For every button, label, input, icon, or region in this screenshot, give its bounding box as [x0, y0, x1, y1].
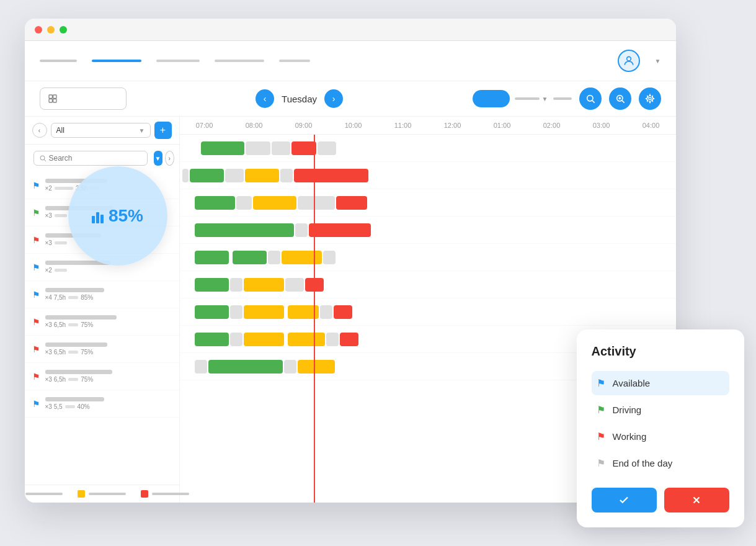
bar-driving	[288, 333, 325, 346]
time-slot-6: 12:00	[428, 122, 478, 129]
bar-working	[334, 305, 352, 319]
bar-empty	[272, 141, 290, 155]
nav-tab-5[interactable]	[279, 60, 310, 62]
bar-empty	[246, 141, 270, 155]
bar-driving	[298, 360, 335, 374]
driver-meta: ×2	[45, 267, 172, 274]
add-button[interactable]: +	[154, 122, 172, 139]
bar-empty	[320, 305, 332, 319]
activity-flag-working: ⚑	[597, 431, 605, 442]
driver-name-bar	[45, 397, 104, 401]
filter-label: All	[56, 126, 64, 135]
list-item[interactable]: ⚑ ×4 7,5h 85%	[25, 281, 179, 308]
bar-empty	[323, 251, 336, 264]
current-time-line	[314, 135, 315, 503]
bar-empty	[230, 278, 242, 292]
search-filter-button[interactable]: ▼	[154, 151, 162, 166]
bar-driving	[244, 305, 284, 319]
bar-empty	[318, 141, 336, 155]
activity-label-available: Available	[613, 378, 651, 388]
bar-driving	[244, 278, 284, 292]
next-button[interactable]: ›	[165, 151, 174, 166]
driver-name-bar	[45, 370, 112, 374]
org-selector[interactable]	[40, 87, 127, 110]
bar-empty	[268, 251, 280, 264]
time-slot-4: 10:00	[329, 122, 378, 129]
nav-tab-1[interactable]	[40, 60, 77, 62]
activity-item-available[interactable]: ⚑ Available	[592, 371, 729, 395]
filter-select[interactable]: All ▼	[51, 123, 151, 138]
stats-circle: 85%	[68, 166, 167, 266]
driver-info: ×3 5,5 40%	[45, 397, 172, 410]
bar-working	[294, 169, 368, 182]
list-item[interactable]: ⚑ ×3 6,5h 75%	[25, 363, 179, 390]
bar-working	[340, 333, 358, 346]
bar-empty	[195, 360, 207, 374]
nav-tab-3[interactable]	[156, 60, 200, 62]
view-dropdown-icon: ▼	[542, 96, 548, 102]
cancel-button[interactable]	[664, 488, 729, 512]
nav-tab-2[interactable]	[92, 60, 141, 62]
view-line-1	[515, 97, 540, 100]
svg-rect-2	[53, 95, 56, 98]
search-input[interactable]	[49, 154, 142, 163]
bar-available	[208, 360, 283, 374]
bar-empty	[225, 169, 244, 182]
list-item[interactable]: ⚑ ×3 5,5 40%	[25, 390, 179, 418]
legend-line-2	[89, 493, 126, 495]
meta-text: ×2	[45, 185, 52, 192]
driver-name-bar	[45, 288, 104, 292]
bar-working	[309, 223, 371, 237]
legend-driving	[78, 490, 126, 498]
flag-icon-blue: ⚑	[32, 290, 40, 300]
flag-icon-red: ⚑	[32, 235, 40, 245]
view-pill[interactable]	[473, 90, 510, 107]
activity-item-driving[interactable]: ⚑ Driving	[592, 398, 729, 422]
svg-point-11	[649, 97, 651, 100]
flag-icon-blue: ⚑	[32, 181, 40, 190]
maximize-button[interactable]	[60, 26, 67, 34]
list-item[interactable]: ⚑ ×3 6,5h 75%	[25, 336, 179, 363]
list-item[interactable]: ⚑ ×3 6,5h 75%	[25, 308, 179, 336]
confirm-button[interactable]	[592, 488, 657, 512]
activity-item-working[interactable]: ⚑ Working	[592, 424, 729, 449]
search-bar[interactable]	[33, 151, 148, 166]
close-button[interactable]	[35, 26, 42, 34]
nav-tab-4[interactable]	[215, 60, 264, 62]
settings-button[interactable]	[639, 87, 661, 110]
toolbar: ‹ Tuesday › ▼	[25, 81, 676, 117]
svg-line-10	[622, 101, 625, 103]
day-nav: ‹ Tuesday ›	[256, 89, 343, 108]
prev-day-button[interactable]: ‹	[256, 89, 274, 108]
search-container: ▼ ›	[25, 145, 179, 172]
view-line-2	[553, 97, 572, 100]
driver-meta: ×3 6,5h 75%	[45, 321, 172, 328]
flag-icon-red: ⚑	[32, 317, 40, 327]
activity-item-endofday[interactable]: ⚑ End of the day	[592, 451, 729, 475]
bar-driving	[253, 196, 296, 210]
driver-info: ×3 6,5h 75%	[45, 370, 172, 383]
next-day-button[interactable]: ›	[324, 89, 343, 108]
back-button[interactable]: ‹	[32, 123, 47, 138]
bar-driving	[244, 333, 284, 346]
view-controls: ▼	[473, 90, 572, 107]
activity-flag-endofday: ⚑	[597, 457, 605, 469]
avatar-button[interactable]	[618, 50, 640, 72]
zoom-button[interactable]	[609, 87, 631, 110]
minimize-button[interactable]	[47, 26, 55, 34]
time-slot-1: 07:00	[180, 122, 229, 129]
driver-info: ×3 6,5h 75%	[45, 315, 172, 328]
bar-empty	[230, 305, 242, 319]
driver-info: ×4 7,5h 85%	[45, 288, 172, 301]
bar-available	[233, 251, 267, 264]
legend-line-1	[25, 493, 63, 495]
stats-circle-inner: 85%	[92, 206, 143, 226]
bar-available	[195, 251, 229, 264]
chart-icon	[92, 208, 104, 223]
search-button[interactable]	[579, 87, 602, 110]
filter-bar: ‹ All ▼ +	[25, 117, 179, 145]
svg-rect-1	[49, 95, 52, 98]
svg-point-12	[40, 156, 45, 160]
bar-available	[190, 169, 224, 182]
driver-name-bar	[45, 342, 107, 347]
